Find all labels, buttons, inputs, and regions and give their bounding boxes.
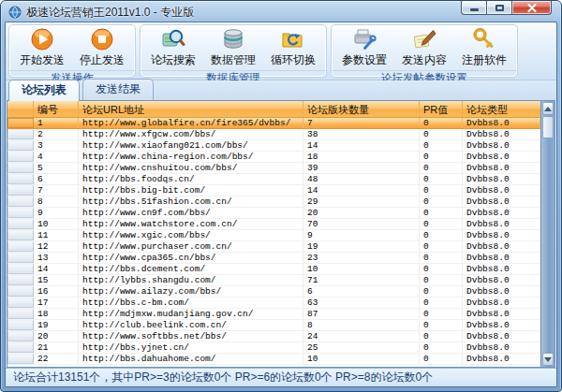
cell-board-count: 48: [303, 174, 420, 184]
cell-forum-type: Dvbbs8.0: [463, 298, 540, 308]
maximize-button[interactable]: [487, 1, 512, 15]
table-row[interactable]: 3http://www.xiaofang021.com/bbs/140Dvbbs…: [7, 140, 540, 152]
close-button[interactable]: [512, 1, 552, 15]
cell-board-count: 14: [303, 140, 420, 151]
row-selector[interactable]: [7, 286, 34, 297]
app-icon: [8, 6, 22, 19]
row-selector[interactable]: [7, 196, 34, 207]
row-selector[interactable]: [7, 129, 34, 139]
row-selector[interactable]: [7, 331, 34, 341]
cell-id: 4: [34, 152, 79, 162]
table-row[interactable]: 16http://www.ailazy.com/bbs/60Dvbbs8.0: [7, 286, 540, 298]
header-forum-type[interactable]: 论坛类型: [463, 101, 540, 117]
window-title: 极速论坛营销王2011v1.0 - 专业版: [26, 5, 194, 21]
row-selector[interactable]: [7, 163, 34, 173]
row-selector[interactable]: [7, 152, 34, 162]
table-row[interactable]: 10http://www.watchstore.com.cn/700Dvbbs8…: [7, 219, 540, 230]
table-row[interactable]: 19http://club.beelink.com.cn/80Dvbbs8.0: [7, 320, 540, 331]
row-selector[interactable]: [7, 230, 34, 240]
cell-url: http://bbs.yjnet.cn/: [79, 342, 303, 353]
row-selector[interactable]: [7, 140, 34, 151]
cell-id: 17: [34, 298, 79, 308]
table-row[interactable]: 1http://www.globalfire.cn/fire365/dvbbs/…: [7, 118, 540, 129]
cell-url: http://www.cn9f.com/bbs/: [79, 208, 303, 218]
table-row[interactable]: 7http://bbs.big-bit.com/140Dvbbs8.0: [7, 185, 540, 196]
start-send-button[interactable]: 开始发送: [15, 26, 69, 69]
header-row-selector[interactable]: [7, 101, 34, 117]
table-row[interactable]: 22http://bbs.dahuahome.com/100Dvbbs8.0: [7, 354, 540, 365]
row-selector[interactable]: [7, 219, 34, 229]
header-id[interactable]: 编号: [34, 101, 79, 117]
header-url[interactable]: 论坛URL地址: [79, 101, 303, 117]
row-selector[interactable]: [7, 342, 34, 353]
stop-send-button[interactable]: 停止发送: [75, 26, 129, 69]
row-selector[interactable]: [7, 298, 34, 308]
row-selector[interactable]: [7, 118, 34, 128]
cell-board-count: 7: [303, 118, 420, 128]
row-selector[interactable]: [7, 309, 34, 319]
table-row[interactable]: 4http://www.china-region.com/bbs/180Dvbb…: [7, 152, 540, 163]
cell-pr: 0: [420, 298, 463, 308]
titlebar[interactable]: 极速论坛营销王2011v1.0 - 专业版: [5, 1, 557, 22]
cycle-switch-button[interactable]: 循环切换: [266, 26, 320, 69]
scroll-down-button[interactable]: [542, 353, 554, 366]
header-pr[interactable]: PR值: [420, 101, 463, 117]
table-row[interactable]: 11http://www.xgic.com/bbs/90Dvbbs8.0: [7, 230, 540, 241]
forum-search-button[interactable]: 论坛搜索: [146, 26, 200, 69]
tab-forum-list[interactable]: 论坛列表: [8, 80, 80, 101]
table-row[interactable]: 9http://www.cn9f.com/bbs/200Dvbbs8.0: [7, 208, 540, 219]
cell-forum-type: Dvbbs8.0: [463, 208, 540, 218]
table-row[interactable]: 15http://lybbs.shangdu.com/710Dvbbs8.0: [7, 275, 540, 286]
table-empty-space: [7, 365, 540, 367]
cell-forum-type: Dvbbs8.0: [463, 140, 540, 151]
cell-id: 9: [34, 208, 79, 218]
scrollbar-thumb[interactable]: [542, 116, 554, 138]
table-row[interactable]: 8http://bbs.51fashion.com.cn/290Dvbbs8.0: [7, 196, 540, 208]
table-row[interactable]: 13http://www.cpa365.cn/bbs/230Dvbbs8.0: [7, 253, 540, 264]
send-content-button[interactable]: 发送内容: [397, 26, 451, 69]
row-selector[interactable]: [7, 185, 34, 196]
param-settings-button[interactable]: 参数设置: [337, 26, 392, 69]
header-board-count[interactable]: 论坛版块数量: [303, 101, 420, 117]
cell-forum-type: Dvbbs8.0: [463, 163, 540, 173]
button-label: 循环切换: [271, 52, 316, 68]
cell-forum-type: Dvbbs8.0: [463, 286, 540, 297]
cell-id: 21: [34, 342, 79, 353]
table-row[interactable]: 20http://www.softbbs.net/bbs/240Dvbbs8.0: [7, 331, 540, 342]
data-manage-button[interactable]: 数据管理: [206, 26, 260, 69]
row-selector[interactable]: [7, 320, 34, 330]
row-selector[interactable]: [7, 253, 34, 263]
cell-id: 1: [34, 118, 79, 128]
table-row[interactable]: 21http://bbs.yjnet.cn/250Dvbbs8.0: [7, 342, 540, 354]
cell-pr: 0: [420, 129, 463, 139]
table-row[interactable]: 14http://bbs.dcement.com/100Dvbbs8.0: [7, 264, 540, 275]
cell-url: http://bbs.c-bm.com/: [79, 298, 303, 308]
scrollbar-track[interactable]: [541, 138, 555, 352]
table-row[interactable]: 5http://www.cnshuitou.com/bbs/390Dvbbs8.…: [7, 163, 540, 174]
register-software-button[interactable]: 注册软件: [457, 26, 511, 69]
cell-forum-type: Dvbbs8.0: [463, 320, 540, 330]
table-row[interactable]: 17http://bbs.c-bm.com/630Dvbbs8.0: [7, 298, 540, 309]
row-selector[interactable]: [7, 174, 34, 184]
cell-board-count: 39: [303, 163, 420, 173]
row-selector[interactable]: [7, 208, 34, 218]
table-row[interactable]: 6http://bbs.foodqs.cn/480Dvbbs8.0: [7, 174, 540, 185]
table-row[interactable]: 12http://www.purchaser.com.cn/190Dvbbs8.…: [7, 241, 540, 253]
cell-pr: 0: [420, 342, 463, 353]
cell-board-count: 10: [303, 354, 420, 364]
vertical-scrollbar[interactable]: [540, 101, 555, 367]
tab-send-results[interactable]: 发送结果: [82, 79, 154, 100]
cell-forum-type: Dvbbs8.0: [463, 196, 540, 207]
table-row[interactable]: 2http://www.xfgcw.com/bbs/380Dvbbs8.0: [7, 129, 540, 140]
row-selector[interactable]: [7, 241, 34, 252]
row-selector[interactable]: [7, 275, 34, 285]
row-selector[interactable]: [7, 264, 34, 274]
minimize-button[interactable]: [461, 1, 487, 15]
row-selector[interactable]: [7, 354, 34, 364]
scroll-up-button[interactable]: [542, 102, 554, 115]
cell-board-count: 23: [303, 253, 420, 263]
cell-pr: 0: [420, 219, 463, 229]
table-row[interactable]: 18http://mdjmxw.mudanjiang.gov.cn/870Dvb…: [7, 309, 540, 320]
minimize-icon: [470, 8, 479, 11]
cell-forum-type: Dvbbs8.0: [463, 275, 540, 285]
